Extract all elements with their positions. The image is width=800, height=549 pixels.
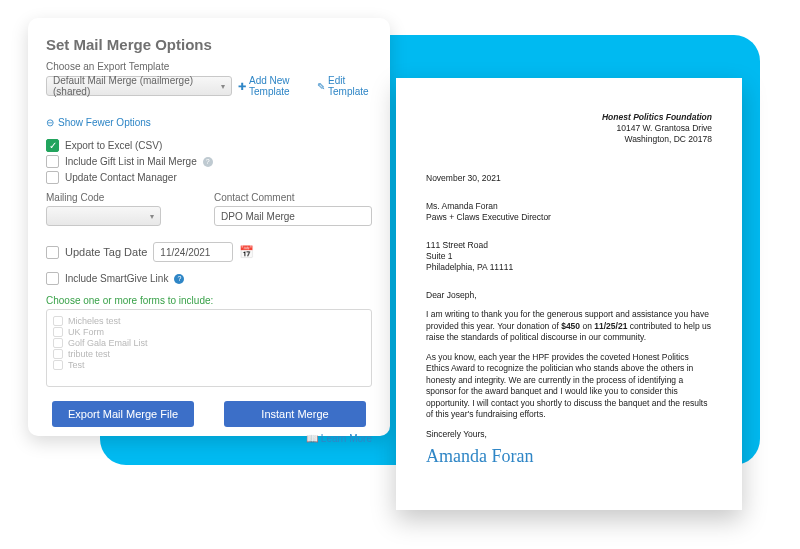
form-item: UK Form: [53, 327, 365, 337]
form-item-label: UK Form: [68, 327, 104, 337]
export-button-label: Export Mail Merge File: [68, 408, 178, 420]
export-excel-checkbox[interactable]: ✓: [46, 139, 59, 152]
letter-org-addr1: 10147 W. Grantosa Drive: [426, 123, 712, 134]
letter-addr1: 111 Street Road: [426, 240, 712, 251]
export-excel-label: Export to Excel (CSV): [65, 140, 162, 151]
show-fewer-label: Show Fewer Options: [58, 117, 151, 128]
letter-paragraph-1: I am writing to thank you for the genero…: [426, 309, 712, 343]
form-checkbox[interactable]: [53, 338, 63, 348]
update-tag-date-value: 11/24/2021: [160, 247, 210, 258]
calendar-icon[interactable]: 📅: [239, 245, 254, 259]
book-icon: 📖: [306, 433, 318, 444]
include-gift-list-label: Include Gift List in Mail Merge: [65, 156, 197, 167]
chevron-down-icon: ▾: [221, 82, 225, 91]
form-item-label: Test: [68, 360, 85, 370]
form-checkbox[interactable]: [53, 327, 63, 337]
include-smartgive-checkbox[interactable]: [46, 272, 59, 285]
form-checkbox[interactable]: [53, 349, 63, 359]
forms-listbox[interactable]: Micheles test UK Form Golf Gala Email Li…: [46, 309, 372, 387]
form-item-label: Micheles test: [68, 316, 121, 326]
collapse-icon: ⊖: [46, 117, 54, 128]
template-selected-text: Default Mail Merge (mailmerge) (shared): [53, 75, 221, 97]
panel-title: Set Mail Merge Options: [46, 36, 372, 53]
include-gift-list-checkbox[interactable]: [46, 155, 59, 168]
add-template-label: Add New Template: [249, 75, 311, 97]
learn-more-link[interactable]: 📖 Learn More: [306, 433, 372, 444]
help-icon[interactable]: ?: [174, 274, 184, 284]
contact-comment-value: DPO Mail Merge: [221, 211, 295, 222]
form-item: tribute test: [53, 349, 365, 359]
instant-merge-button[interactable]: Instant Merge: [224, 401, 366, 427]
form-item-label: tribute test: [68, 349, 110, 359]
letter-addr2: Suite 1: [426, 251, 712, 262]
edit-template-label: Edit Template: [328, 75, 372, 97]
contact-comment-input[interactable]: DPO Mail Merge: [214, 206, 372, 226]
forms-label: Choose one or more forms to include:: [46, 295, 372, 306]
form-checkbox[interactable]: [53, 316, 63, 326]
include-smartgive-label: Include SmartGive Link: [65, 273, 168, 284]
form-item: Golf Gala Email List: [53, 338, 365, 348]
instant-merge-label: Instant Merge: [261, 408, 328, 420]
letter-org-block: Honest Politics Foundation 10147 W. Gran…: [426, 112, 712, 145]
mailing-code-select[interactable]: ▾: [46, 206, 161, 226]
update-contact-manager-checkbox[interactable]: [46, 171, 59, 184]
letter-paragraph-2: As you know, each year the HPF provides …: [426, 352, 712, 421]
add-template-link[interactable]: ✚ Add New Template: [238, 75, 311, 97]
letter-greeting: Dear Joseph,: [426, 290, 712, 301]
template-select[interactable]: Default Mail Merge (mailmerge) (shared) …: [46, 76, 232, 96]
info-icon[interactable]: ?: [203, 157, 213, 167]
form-item: Micheles test: [53, 316, 365, 326]
letter-recipient-title: Paws + Claws Executive Director: [426, 212, 712, 223]
mailing-code-label: Mailing Code: [46, 192, 204, 203]
letter-org-addr2: Washington, DC 20178: [426, 134, 712, 145]
letter-signature: Amanda Foran: [426, 446, 712, 467]
plus-icon: ✚: [238, 81, 246, 92]
template-label: Choose an Export Template: [46, 61, 372, 72]
edit-template-link[interactable]: ✎ Edit Template: [317, 75, 372, 97]
form-item: Test: [53, 360, 365, 370]
letter-amount: $450: [561, 321, 580, 331]
mail-merge-options-panel: Set Mail Merge Options Choose an Export …: [28, 18, 390, 436]
chevron-down-icon: ▾: [150, 212, 154, 221]
letter-recipient-name: Ms. Amanda Foran: [426, 201, 712, 212]
letter-donation-date: 11/25/21: [594, 321, 627, 331]
update-tag-date-input[interactable]: 11/24/2021: [153, 242, 233, 262]
letter-date: November 30, 2021: [426, 173, 712, 184]
export-mail-merge-button[interactable]: Export Mail Merge File: [52, 401, 194, 427]
letter-org-name: Honest Politics Foundation: [426, 112, 712, 123]
letter-p1b: on: [580, 321, 594, 331]
update-tag-date-label: Update Tag Date: [65, 246, 147, 258]
form-checkbox[interactable]: [53, 360, 63, 370]
contact-comment-label: Contact Comment: [214, 192, 372, 203]
update-contact-manager-label: Update Contact Manager: [65, 172, 177, 183]
show-fewer-options-link[interactable]: ⊖ Show Fewer Options: [46, 117, 151, 128]
update-tag-date-checkbox[interactable]: [46, 246, 59, 259]
learn-more-label: Learn More: [321, 433, 372, 444]
letter-preview: Honest Politics Foundation 10147 W. Gran…: [396, 78, 742, 510]
letter-closing: Sincerely Yours,: [426, 429, 712, 440]
pencil-icon: ✎: [317, 81, 325, 92]
form-item-label: Golf Gala Email List: [68, 338, 148, 348]
letter-addr3: Philadelphia, PA 11111: [426, 262, 712, 273]
